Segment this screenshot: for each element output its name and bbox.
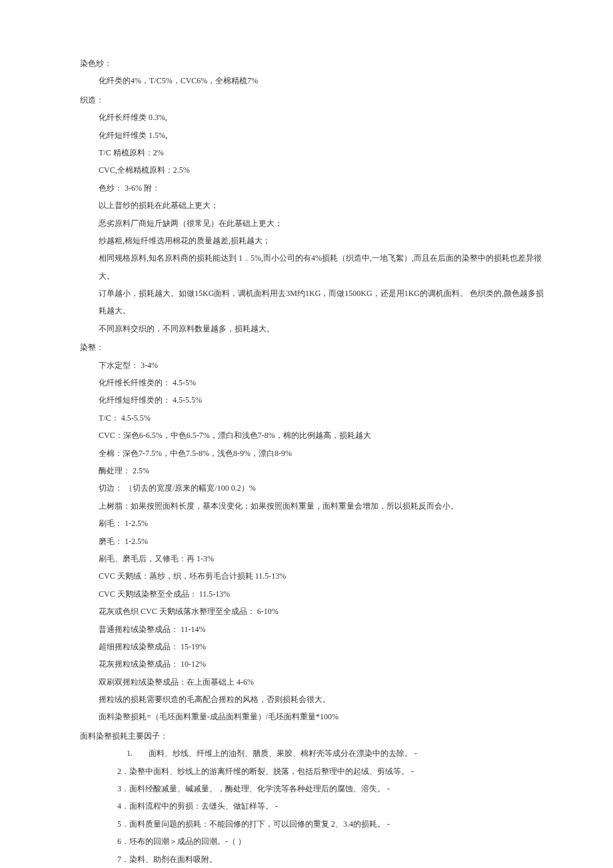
numbered-item: 3．面料经酸减量、碱减量、，酶处理、化学洗等各种处理后的腐蚀、溶失。 -: [80, 780, 546, 797]
numbered-item: 1. 面料、纱线、纤维上的油剂、腊质、果胶、棉籽壳等成分在漂染中的去除。 -: [80, 745, 546, 762]
content-item: 超细摇粒绒染整成品： 15-19%: [80, 638, 546, 655]
section-title: 织造：: [80, 91, 546, 109]
content-item: CVC 天鹅绒：蒸纱，织，坯布剪毛合计损耗 11.5-13%: [80, 567, 546, 585]
content-item: 磨毛： 1-2.5%: [80, 533, 546, 550]
content-item: 摇粒绒的损耗需要织造的毛高配合摇粒的风格，否则损耗会很大。: [80, 691, 546, 708]
content-item: T/C： 4.5-5.5%: [80, 409, 546, 427]
content-item: 化纤类的4%，T/C5%，CVC6%，全棉精梳7%: [80, 72, 546, 89]
content-item: 化纤维短纤维类的： 4.5-5.5%: [80, 391, 546, 409]
content-item: 刷毛、磨毛后，又修毛：再 1-3%: [80, 550, 546, 567]
numbered-item: 7．染料、助剂在面料吸附。: [80, 851, 546, 868]
content-item: 化纤维长纤维类的： 4.5-5%: [80, 374, 546, 391]
content-item: 酶处理： 2.5%: [80, 462, 546, 479]
content-item: 刷毛： 1-2.5%: [80, 515, 546, 532]
content-item: 纱越粗,棉短纤维选用棉花的质量越差,损耗越大；: [80, 232, 546, 249]
content-item: 色纱： 3-6% 附：: [80, 179, 546, 197]
content-item: 双刷双摇粒绒染整成品：在上面基础上 4-6%: [80, 673, 546, 691]
content-item: 普通摇粒绒染整成品： 11-14%: [80, 621, 546, 638]
section-title: 染色纱：: [80, 55, 546, 72]
content-item: 订单越小，损耗越大。如做15KG面料，调机面料用去3M约1KG，而做1500KG…: [80, 285, 546, 320]
content-item: 不同原料交织的，不同原料数量越多，损耗越大。: [80, 320, 546, 337]
content-item: 下水定型： 3-4%: [80, 357, 546, 374]
content-item: 恶劣原料厂商短斤缺两（很常见）在此基础上更大；: [80, 215, 546, 232]
content-item: 全棉：深色7-7.5%，中色7.5-8%，浅色8-9%，漂白8-9%: [80, 445, 546, 462]
section-title: 染整：: [80, 339, 546, 356]
numbered-item: 6．坯布的回潮＞成品的回潮。-（ ）: [80, 833, 546, 850]
content-item: 花灰或色织 CVC 天鹅绒落水整理至全成品： 6-10%: [80, 603, 546, 620]
content-item: 面料染整损耗=（毛坯面料重量-成品面料重量）/毛坯面料重量*100%: [80, 708, 546, 725]
content-item: 化纤短纤维类 1.5%,: [80, 127, 546, 144]
content-item: 花灰摇粒绒染整成品： 10-12%: [80, 655, 546, 673]
numbered-item: 5．面料质量问题的损耗：不能回修的打下，可以回修的重复 2、3.4的损耗。 -: [80, 815, 546, 833]
section-title: 面料染整损耗主要因子：: [80, 727, 546, 745]
content-item: 切边： （切去的宽度/原来的幅宽/100 0.2）%: [80, 479, 546, 497]
content-item: 化纤长纤维类 0.3%,: [80, 109, 546, 126]
content-item: 相同规格原料,知名原料商的损耗能达到 1．5%,而小公司的有4%损耗（织造中,一…: [80, 249, 546, 285]
content-item: CVC 天鹅绒染整至全成品： 11.5-13%: [80, 585, 546, 603]
content-item: CVC,全棉精梳原料：2.5%: [80, 161, 546, 179]
numbered-item: 4．面料流程中的剪损：去缝头、做缸样等。 -: [80, 797, 546, 815]
content-item: CVC：深色6-6.5%，中色6.5-7%，漂白和浅色7-8%，棉的比例越高，损…: [80, 427, 546, 444]
numbered-item: 2．染整中面料、纱线上的游离纤维的断裂、脱落，包括后整理中的起绒、剪绒等。 -: [80, 763, 546, 780]
content-item: 以上普纱的损耗在此基础上更大；: [80, 197, 546, 214]
content-item: 上树脂：如果按照面料长度，基本没变化；如果按照面料重量，面料重量会增加，所以损耗…: [80, 497, 546, 515]
content-item: T/C 精梳原料：2%: [80, 144, 546, 161]
